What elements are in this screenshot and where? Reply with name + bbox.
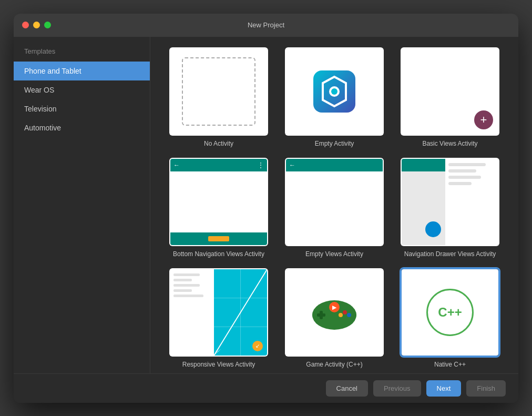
resp-line-4 bbox=[173, 289, 192, 292]
template-name-native-cpp: Native C++ bbox=[434, 361, 466, 368]
template-name-bottom-nav: Bottom Navigation Views Activity bbox=[173, 250, 264, 258]
drawer-panel bbox=[445, 159, 498, 245]
sidebar-item-television[interactable]: Television bbox=[14, 99, 150, 118]
next-button[interactable]: Next bbox=[426, 380, 462, 397]
template-thumb-nav-drawer bbox=[401, 158, 499, 246]
template-name-responsive: Responsive Views Activity bbox=[182, 361, 255, 368]
nav-drawer-main bbox=[402, 159, 445, 245]
template-empty-activity[interactable]: Empty Activity bbox=[282, 47, 387, 147]
main-content: Templates Phone and Tablet Wear OS Telev… bbox=[14, 37, 518, 373]
sidebar-item-wear-os[interactable]: Wear OS bbox=[14, 80, 150, 99]
sidebar-label: Templates bbox=[14, 47, 150, 62]
resp-line-5 bbox=[173, 295, 203, 297]
drawer-line-2 bbox=[448, 169, 477, 173]
svg-point-14 bbox=[347, 313, 351, 317]
template-empty-views[interactable]: ← Empty Views Activity bbox=[282, 158, 387, 258]
nav-drawer-img bbox=[402, 159, 498, 245]
template-responsive[interactable]: ↙ Responsive Views Activity bbox=[166, 268, 271, 368]
close-button[interactable] bbox=[22, 22, 29, 28]
footer: Cancel Previous Next Finish bbox=[14, 373, 518, 403]
template-native-cpp[interactable]: C++ Native C++ bbox=[397, 268, 503, 368]
maximize-button[interactable] bbox=[44, 22, 51, 28]
responsive-right: ↙ bbox=[214, 269, 267, 356]
drawer-line-3 bbox=[448, 176, 481, 179]
sidebar: Templates Phone and Tablet Wear OS Telev… bbox=[14, 37, 150, 373]
native-cpp-img: C++ bbox=[402, 269, 498, 356]
resp-line-2 bbox=[173, 279, 192, 281]
template-thumb-bottom-nav: ← ⋮ bbox=[169, 158, 268, 246]
fab-icon: + bbox=[474, 110, 493, 129]
template-thumb-responsive: ↙ bbox=[169, 268, 268, 357]
empty-activity-img bbox=[286, 48, 383, 135]
template-thumb-basic-views: + bbox=[401, 47, 499, 136]
phone-top-bar: ← ⋮ bbox=[170, 159, 267, 171]
previous-button[interactable]: Previous bbox=[373, 380, 421, 397]
bottom-nav-tab bbox=[208, 236, 229, 241]
drawer-line-1 bbox=[448, 163, 486, 166]
template-thumb-empty-activity bbox=[285, 47, 384, 136]
template-nav-drawer[interactable]: Navigation Drawer Views Activity bbox=[397, 158, 503, 258]
circle-accent-icon bbox=[425, 221, 441, 237]
more-icon: ⋮ bbox=[258, 161, 264, 169]
svg-point-15 bbox=[339, 313, 343, 317]
responsive-img: ↙ bbox=[170, 269, 267, 356]
template-thumb-no-activity bbox=[169, 47, 268, 136]
empty-phone-top-bar: ← bbox=[286, 159, 383, 171]
template-no-activity[interactable]: No Activity bbox=[166, 47, 271, 147]
drawer-line-4 bbox=[448, 182, 472, 185]
finish-button[interactable]: Finish bbox=[466, 380, 506, 397]
traffic-lights bbox=[22, 22, 51, 28]
bottom-nav-phone: ← ⋮ bbox=[170, 159, 267, 245]
template-name-empty-views: Empty Views Activity bbox=[305, 250, 363, 258]
content-area: No Activity bbox=[150, 37, 518, 373]
game-img: ▶ bbox=[286, 269, 383, 356]
titlebar: New Project bbox=[14, 14, 518, 37]
cpp-logo: C++ bbox=[426, 289, 474, 336]
back-arrow-icon: ← bbox=[173, 161, 180, 169]
cancel-button[interactable]: Cancel bbox=[326, 380, 368, 397]
template-thumb-game: ▶ bbox=[285, 268, 384, 357]
svg-point-3 bbox=[331, 88, 337, 95]
resp-line-3 bbox=[173, 284, 200, 287]
svg-point-16 bbox=[343, 316, 347, 320]
window-title: New Project bbox=[248, 21, 284, 29]
sidebar-item-phone-tablet[interactable]: Phone and Tablet bbox=[14, 62, 150, 80]
template-bottom-nav[interactable]: ← ⋮ Bottom Navigation Views Activity bbox=[166, 158, 271, 258]
no-activity-dashed bbox=[182, 57, 255, 126]
template-name-game: Game Activity (C++) bbox=[306, 361, 362, 368]
template-name-nav-drawer: Navigation Drawer Views Activity bbox=[404, 250, 496, 258]
responsive-arrow-icon: ↙ bbox=[252, 341, 263, 351]
svg-rect-12 bbox=[317, 313, 325, 317]
template-game[interactable]: ▶ Game Activity (C++) bbox=[282, 268, 387, 368]
template-name-no-activity: No Activity bbox=[204, 140, 233, 147]
responsive-content: ↙ bbox=[170, 269, 267, 356]
svg-point-13 bbox=[343, 310, 347, 314]
template-name-basic-views: Basic Views Activity bbox=[422, 140, 477, 147]
nav-drawer-top-bar bbox=[402, 159, 445, 171]
templates-grid: No Activity bbox=[150, 37, 518, 373]
template-thumb-empty-views: ← bbox=[285, 158, 384, 246]
bottom-nav-bar bbox=[170, 232, 267, 245]
responsive-left bbox=[170, 269, 214, 356]
template-thumb-native-cpp: C++ bbox=[401, 268, 499, 357]
main-window: New Project Templates Phone and Tablet W… bbox=[14, 14, 518, 403]
phone-content bbox=[170, 171, 267, 232]
template-name-empty-activity: Empty Activity bbox=[315, 140, 354, 147]
sidebar-item-automotive[interactable]: Automotive bbox=[14, 118, 150, 137]
template-basic-views[interactable]: + Basic Views Activity bbox=[397, 47, 503, 147]
svg-text:▶: ▶ bbox=[332, 305, 337, 310]
back-arrow-icon-2: ← bbox=[289, 161, 295, 169]
resp-line-1 bbox=[173, 273, 200, 276]
basic-views-img: + bbox=[402, 48, 498, 135]
minimize-button[interactable] bbox=[33, 22, 40, 28]
empty-views-phone: ← bbox=[286, 159, 383, 245]
